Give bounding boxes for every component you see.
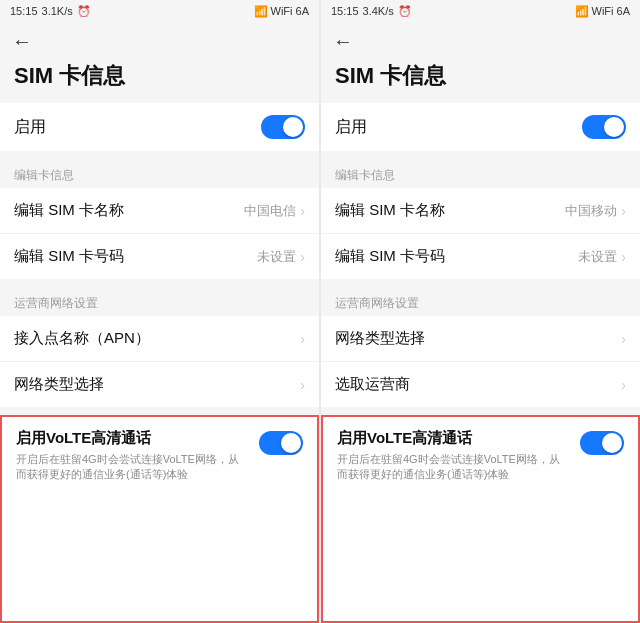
network-type-label-left: 网络类型选择 [14, 375, 300, 394]
back-button-left[interactable]: ← [0, 22, 319, 57]
sim-number-row-right[interactable]: 编辑 SIM 卡号码 未设置 › [321, 234, 640, 279]
enable-label-right: 启用 [335, 117, 367, 138]
sim-name-label-left: 编辑 SIM 卡名称 [14, 201, 244, 220]
wifi-icon-right: WiFi [592, 5, 614, 17]
wifi-icon-left: WiFi [271, 5, 293, 17]
carrier-row-right[interactable]: 选取运营商 › [321, 362, 640, 407]
volte-section-right: 启用VoLTE高清通话 开启后在驻留4G时会尝试连接VoLTE网络，从而获得更好… [321, 415, 640, 623]
alarm-icon: ⏰ [77, 5, 91, 18]
sim-name-label-right: 编辑 SIM 卡名称 [335, 201, 565, 220]
sim-number-right-right: 未设置 › [578, 248, 626, 266]
section-card-left: 编辑卡信息 [0, 159, 319, 188]
enable-toggle-left[interactable] [261, 115, 305, 139]
network-type-row-right[interactable]: 网络类型选择 › [321, 316, 640, 362]
volte-toggle-left[interactable] [259, 431, 303, 455]
enable-row-right: 启用 [321, 103, 640, 151]
signal-icon-right: 📶 [575, 5, 589, 18]
sim-name-value-right: 中国移动 [565, 202, 617, 220]
section-network-right: 运营商网络设置 [321, 287, 640, 316]
enable-label-left: 启用 [14, 117, 46, 138]
time-left: 15:15 [10, 5, 38, 17]
speed-right: 3.4K/s [363, 5, 394, 17]
sim-name-row-right[interactable]: 编辑 SIM 卡名称 中国移动 › [321, 188, 640, 234]
enable-toggle-right[interactable] [582, 115, 626, 139]
volte-desc-left: 开启后在驻留4G时会尝试连接VoLTE网络，从而获得更好的通信业务(通话等)体验 [16, 452, 249, 483]
chevron-icon-r2: › [621, 249, 626, 265]
chevron-r-carrier: › [621, 377, 626, 393]
card-settings-left: 编辑 SIM 卡名称 中国电信 › 编辑 SIM 卡号码 未设置 › [0, 188, 319, 279]
sim-number-value-left: 未设置 [257, 248, 296, 266]
volte-desc-right: 开启后在驻留4G时会尝试连接VoLTE网络，从而获得更好的通信业务(通话等)体验 [337, 452, 570, 483]
sim-name-right-right: 中国移动 › [565, 202, 626, 220]
page-title-left: SIM 卡信息 [0, 57, 319, 103]
back-arrow-right[interactable]: ← [333, 30, 353, 52]
sim-number-value-right: 未设置 [578, 248, 617, 266]
page-title-right: SIM 卡信息 [321, 57, 640, 103]
apn-label-left: 接入点名称（APN） [14, 329, 300, 348]
alarm-icon-right: ⏰ [398, 5, 412, 18]
left-panel: 15:15 3.1K/s ⏰ 📶 WiFi 6A ← SIM 卡信息 启用 编辑… [0, 0, 319, 623]
network-type-label-right: 网络类型选择 [335, 329, 621, 348]
volte-text-right: 启用VoLTE高清通话 开启后在驻留4G时会尝试连接VoLTE网络，从而获得更好… [337, 429, 570, 483]
right-panel: 15:15 3.4K/s ⏰ 📶 WiFi 6A ← SIM 卡信息 启用 编辑… [321, 0, 640, 623]
apn-row-left[interactable]: 接入点名称（APN） › [0, 316, 319, 362]
sim-name-row-left[interactable]: 编辑 SIM 卡名称 中国电信 › [0, 188, 319, 234]
battery-label-right: 6A [617, 5, 630, 17]
sim-number-right-left: 未设置 › [257, 248, 305, 266]
speed-left: 3.1K/s [42, 5, 73, 17]
volte-title-right: 启用VoLTE高清通话 [337, 429, 570, 448]
volte-title-left: 启用VoLTE高清通话 [16, 429, 249, 448]
status-left-right: 15:15 3.4K/s ⏰ [331, 5, 412, 18]
volte-text-left: 启用VoLTE高清通话 开启后在驻留4G时会尝试连接VoLTE网络，从而获得更好… [16, 429, 249, 483]
chevron-icon-r1: › [621, 203, 626, 219]
carrier-label-right: 选取运营商 [335, 375, 621, 394]
volte-toggle-right[interactable] [580, 431, 624, 455]
chevron-r-network: › [621, 331, 626, 347]
sim-number-label-left: 编辑 SIM 卡号码 [14, 247, 257, 266]
sim-name-right-left: 中国电信 › [244, 202, 305, 220]
network-type-row-left[interactable]: 网络类型选择 › [0, 362, 319, 407]
signal-icon-left: 📶 [254, 5, 268, 18]
time-right: 15:15 [331, 5, 359, 17]
status-bar-left: 15:15 3.1K/s ⏰ 📶 WiFi 6A [0, 0, 319, 22]
network-settings-right: 网络类型选择 › 选取运营商 › [321, 316, 640, 407]
section-card-right: 编辑卡信息 [321, 159, 640, 188]
card-settings-right: 编辑 SIM 卡名称 中国移动 › 编辑 SIM 卡号码 未设置 › [321, 188, 640, 279]
status-right-left: 📶 WiFi 6A [254, 5, 309, 18]
status-right-right: 📶 WiFi 6A [575, 5, 630, 18]
sim-name-value-left: 中国电信 [244, 202, 296, 220]
chevron-icon-2: › [300, 249, 305, 265]
sim-number-label-right: 编辑 SIM 卡号码 [335, 247, 578, 266]
network-settings-left: 接入点名称（APN） › 网络类型选择 › [0, 316, 319, 407]
volte-section-left: 启用VoLTE高清通话 开启后在驻留4G时会尝试连接VoLTE网络，从而获得更好… [0, 415, 319, 623]
back-button-right[interactable]: ← [321, 22, 640, 57]
enable-row-left: 启用 [0, 103, 319, 151]
status-left: 15:15 3.1K/s ⏰ [10, 5, 91, 18]
chevron-apn: › [300, 331, 305, 347]
app-container: 15:15 3.1K/s ⏰ 📶 WiFi 6A ← SIM 卡信息 启用 编辑… [0, 0, 640, 623]
battery-label-left: 6A [296, 5, 309, 17]
chevron-icon: › [300, 203, 305, 219]
back-arrow-left[interactable]: ← [12, 30, 32, 52]
status-bar-right: 15:15 3.4K/s ⏰ 📶 WiFi 6A [321, 0, 640, 22]
section-network-left: 运营商网络设置 [0, 287, 319, 316]
sim-number-row-left[interactable]: 编辑 SIM 卡号码 未设置 › [0, 234, 319, 279]
chevron-network: › [300, 377, 305, 393]
